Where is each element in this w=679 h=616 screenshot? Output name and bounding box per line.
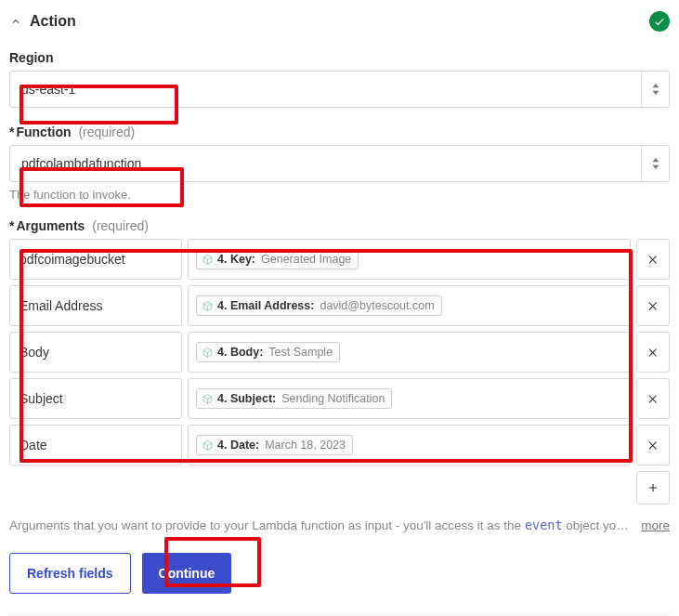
token-value: Sending Notification (281, 392, 385, 405)
status-complete-icon (649, 11, 670, 32)
argument-row: Date4. Date:March 18, 2023 (9, 425, 670, 465)
token-label: 4. Body: (217, 346, 263, 359)
token-label: 4. Subject: (217, 392, 276, 405)
section-header: Action (9, 11, 670, 32)
sort-icon (641, 72, 669, 107)
function-value: pdfcolambdafunction (10, 146, 641, 181)
arguments-label: *Arguments (required) (9, 218, 670, 233)
arguments-table: pdfcoimagebucket4. Key:Generated ImageEm… (9, 239, 670, 465)
argument-key-input[interactable]: Body (9, 332, 182, 373)
region-field: Region us-east-1 (9, 50, 670, 108)
region-select[interactable]: us-east-1 (9, 71, 670, 108)
argument-value-input[interactable]: 4. Body:Test Sample (188, 332, 631, 373)
remove-argument-button[interactable] (636, 378, 670, 419)
arguments-help: Arguments that you want to provide to yo… (9, 518, 670, 532)
argument-row: Subject4. Subject:Sending Notification (9, 378, 670, 419)
data-token[interactable]: 4. Key:Generated Image (196, 249, 359, 269)
region-label: Region (9, 50, 670, 65)
data-token[interactable]: 4. Body:Test Sample (196, 342, 340, 362)
argument-row: Email Address4. Email Address:david@byte… (9, 285, 670, 326)
token-value: david@bytescout.com (320, 299, 434, 312)
argument-key-input[interactable]: pdfcoimagebucket (9, 239, 182, 280)
token-label: 4. Key: (217, 253, 255, 266)
argument-key-input[interactable]: Subject (9, 378, 182, 419)
data-token[interactable]: 4. Date:March 18, 2023 (196, 435, 353, 455)
data-token[interactable]: 4. Email Address:david@bytescout.com (196, 295, 442, 316)
more-link[interactable]: more (641, 518, 670, 532)
add-argument-button[interactable] (636, 471, 670, 505)
token-value: March 18, 2023 (265, 439, 346, 452)
argument-value-input[interactable]: 4. Subject:Sending Notification (188, 378, 631, 419)
argument-value-input[interactable]: 4. Email Address:david@bytescout.com (188, 285, 631, 326)
token-value: Generated Image (261, 253, 351, 266)
argument-value-input[interactable]: 4. Key:Generated Image (188, 239, 631, 280)
cube-icon (202, 347, 214, 359)
collapse-icon[interactable] (9, 15, 22, 28)
cube-icon (202, 439, 214, 452)
continue-button[interactable]: Continue (142, 553, 232, 594)
region-value: us-east-1 (10, 72, 641, 107)
cube-icon (202, 300, 214, 312)
function-field: *Function (required) pdfcolambdafunction… (9, 125, 670, 202)
data-token[interactable]: 4. Subject:Sending Notification (196, 388, 392, 409)
function-select[interactable]: pdfcolambdafunction (9, 145, 670, 182)
function-label: *Function (required) (9, 125, 670, 139)
section-title: Action (30, 13, 76, 30)
argument-value-input[interactable]: 4. Date:March 18, 2023 (188, 425, 631, 465)
refresh-fields-button[interactable]: Refresh fields (9, 553, 131, 594)
sort-icon (641, 146, 669, 181)
remove-argument-button[interactable] (636, 332, 670, 373)
cube-icon (202, 393, 214, 405)
remove-argument-button[interactable] (636, 285, 670, 326)
argument-row: pdfcoimagebucket4. Key:Generated Image (9, 239, 670, 280)
remove-argument-button[interactable] (636, 425, 670, 465)
token-value: Test Sample (268, 346, 333, 359)
function-hint: The function to invoke. (9, 188, 670, 202)
argument-key-input[interactable]: Email Address (9, 285, 182, 326)
argument-key-input[interactable]: Date (9, 425, 182, 465)
cube-icon (202, 254, 214, 266)
token-label: 4. Email Address: (217, 299, 314, 312)
argument-row: Body4. Body:Test Sample (9, 332, 670, 373)
remove-argument-button[interactable] (636, 239, 670, 280)
token-label: 4. Date: (217, 439, 259, 452)
